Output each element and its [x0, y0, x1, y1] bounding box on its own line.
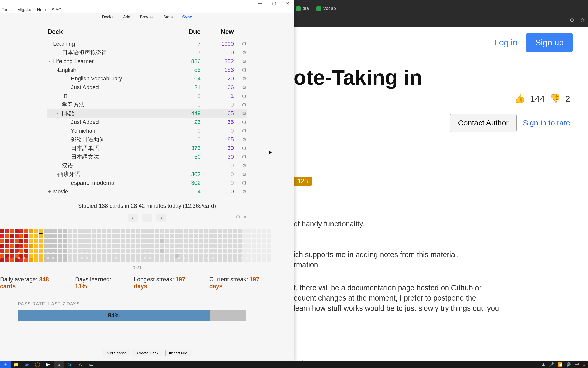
- heatmap-cell[interactable]: [165, 234, 169, 238]
- heatmap-cell[interactable]: [199, 258, 203, 262]
- heatmap-cell[interactable]: [63, 244, 67, 248]
- heatmap-cell[interactable]: [68, 239, 72, 243]
- heatmap-cell[interactable]: [10, 249, 14, 253]
- heatmap-cell[interactable]: [82, 258, 87, 262]
- heatmap-cell[interactable]: [228, 244, 232, 248]
- heatmap-cell[interactable]: [24, 249, 28, 253]
- deck-gear-icon[interactable]: ⚙: [234, 171, 247, 177]
- heatmap-cell[interactable]: [15, 249, 19, 253]
- heatmap-cell[interactable]: [213, 234, 217, 238]
- heatmap-cell[interactable]: [175, 234, 179, 238]
- heatmap-cell[interactable]: [179, 244, 183, 248]
- heatmap-cell[interactable]: [228, 234, 232, 238]
- heatmap-cell[interactable]: [165, 258, 169, 262]
- heatmap-cell[interactable]: [179, 249, 183, 253]
- heatmap-cell[interactable]: [175, 229, 179, 233]
- heatmap-cell[interactable]: [213, 239, 217, 243]
- deck-row[interactable]: -Learning71000⚙: [47, 40, 247, 48]
- heatmap-cell[interactable]: [63, 239, 67, 243]
- taskbar-app-icon[interactable]: ▭: [86, 361, 96, 368]
- heatmap-cell[interactable]: [19, 244, 23, 248]
- heatmap-cell[interactable]: [73, 244, 77, 248]
- heatmap-cell[interactable]: [228, 229, 232, 233]
- contact-author-button[interactable]: Contact Author: [450, 114, 516, 132]
- heatmap-cell[interactable]: [116, 244, 120, 248]
- heatmap-cell[interactable]: [102, 249, 106, 253]
- heatmap-cell[interactable]: [175, 249, 179, 253]
- heatmap-cell[interactable]: [116, 229, 120, 233]
- maximize-icon[interactable]: ▢: [272, 1, 276, 6]
- heatmap-cell[interactable]: [267, 234, 271, 238]
- heatmap-cell[interactable]: [199, 254, 203, 258]
- heatmap-cell[interactable]: [68, 244, 72, 248]
- heatmap-cell[interactable]: [257, 258, 261, 262]
- heatmap-cell[interactable]: [58, 229, 62, 233]
- deck-gear-icon[interactable]: ⚙: [234, 67, 247, 73]
- heatmap-cell[interactable]: [160, 229, 164, 233]
- heatmap-cell[interactable]: [238, 249, 242, 253]
- heatmap-cell[interactable]: [34, 244, 38, 248]
- deck-row[interactable]: -日本語44965⚙: [47, 109, 247, 118]
- heatmap-cell[interactable]: [92, 254, 96, 258]
- heatmap-cell[interactable]: [189, 229, 193, 233]
- deck-toggle-icon[interactable]: -: [47, 58, 52, 65]
- heatmap-cell[interactable]: [238, 239, 242, 243]
- menu-help[interactable]: Help: [37, 7, 46, 13]
- heatmap-cell[interactable]: [92, 244, 96, 248]
- tray-icon[interactable]: S: [583, 362, 585, 367]
- deck-row[interactable]: +Movie41000⚙: [47, 187, 247, 196]
- heatmap-cell[interactable]: [170, 258, 174, 262]
- deck-row[interactable]: 日本語単語37330⚙: [47, 144, 247, 153]
- heatmap-cell[interactable]: [223, 239, 227, 243]
- heatmap-cell[interactable]: [141, 254, 145, 258]
- heatmap-cell[interactable]: [242, 254, 247, 258]
- heatmap-cell[interactable]: [121, 229, 125, 233]
- heatmap-cell[interactable]: [131, 254, 135, 258]
- heatmap-cell[interactable]: [34, 254, 38, 258]
- heatmap-cell[interactable]: [204, 249, 208, 253]
- deck-row[interactable]: 日本語文法5030⚙: [47, 153, 247, 161]
- heatmap-cell[interactable]: [102, 239, 106, 243]
- heatmap-cell[interactable]: [29, 229, 33, 233]
- heatmap-cell[interactable]: [218, 229, 222, 233]
- heatmap-cell[interactable]: [238, 258, 242, 262]
- heatmap-cell[interactable]: [247, 244, 251, 248]
- heatmap-cell[interactable]: [150, 229, 154, 233]
- heatmap-cell[interactable]: [102, 234, 106, 238]
- heatmap-cell[interactable]: [141, 258, 145, 262]
- heatmap-cell[interactable]: [141, 244, 145, 248]
- heatmap-cell[interactable]: [247, 249, 251, 253]
- heatmap-cell[interactable]: [112, 249, 116, 253]
- heatmap-cell[interactable]: [102, 229, 106, 233]
- heatmap-cell[interactable]: [184, 258, 188, 262]
- heatmap-cell[interactable]: [175, 258, 179, 262]
- heatmap-cell[interactable]: [116, 234, 120, 238]
- heatmap-cell[interactable]: [44, 244, 48, 248]
- heatmap-cell[interactable]: [179, 254, 183, 258]
- heatmap-cell[interactable]: [150, 258, 154, 262]
- heatmap-cell[interactable]: [10, 244, 14, 248]
- heatmap-cell[interactable]: [170, 249, 174, 253]
- heatmap-cell[interactable]: [29, 258, 33, 262]
- heatmap-heart-icon[interactable]: ♥: [243, 214, 247, 220]
- heatmap-cell[interactable]: [165, 239, 169, 243]
- heatmap-cell[interactable]: [242, 258, 247, 262]
- signin-to-rate-link[interactable]: Sign in to rate: [523, 119, 570, 127]
- heatmap-cell[interactable]: [252, 258, 256, 262]
- heatmap-cell[interactable]: [73, 234, 77, 238]
- heatmap-cell[interactable]: [209, 234, 213, 238]
- taskbar-app-icon[interactable]: A: [75, 361, 86, 368]
- heatmap-cell[interactable]: [233, 229, 237, 233]
- heatmap-cell[interactable]: [213, 254, 217, 258]
- deck-toggle-icon[interactable]: -: [47, 171, 56, 178]
- heatmap-cell[interactable]: [116, 239, 120, 243]
- heatmap-cell[interactable]: [204, 254, 208, 258]
- taskbar-app-icon[interactable]: ◉: [21, 361, 32, 368]
- heatmap-cell[interactable]: [136, 234, 140, 238]
- heatmap-cell[interactable]: [223, 234, 227, 238]
- heatmap-cell[interactable]: [199, 234, 203, 238]
- heatmap-cell[interactable]: [155, 249, 159, 253]
- tray-mic-icon[interactable]: 🎤: [549, 362, 554, 367]
- heatmap-cell[interactable]: [107, 234, 111, 238]
- deck-toggle-icon[interactable]: +: [47, 188, 52, 195]
